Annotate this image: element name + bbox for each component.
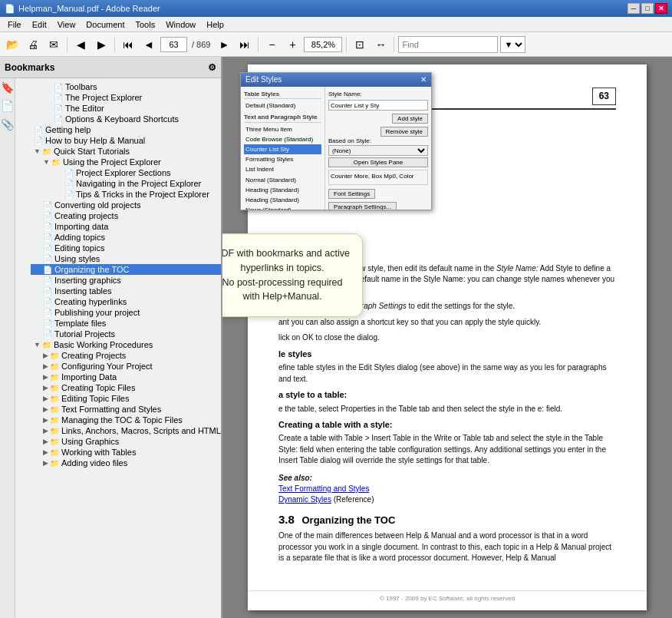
bookmark-options[interactable]: 📄 Options & Keyboard Shortcuts	[31, 114, 221, 124]
zoom-in-button[interactable]: +	[283, 35, 301, 54]
fit-page-button[interactable]: ⊡	[351, 35, 369, 54]
bookmark-using-styles[interactable]: 📄 Using styles	[31, 253, 221, 264]
link-dynamic-styles[interactable]: Dynamic Styles	[278, 495, 331, 504]
menu-document[interactable]: Document	[81, 18, 129, 31]
bookmark-creating-topic-files[interactable]: ▶ 📁 Creating Topic Files	[31, 382, 221, 393]
bookmark-using-pe[interactable]: ▼ 📁 Using the Project Explorer	[31, 157, 221, 167]
page-number-input[interactable]: 63	[160, 37, 187, 52]
bookmark-inserting-graphics[interactable]: 📄 Inserting graphics	[31, 275, 221, 286]
bookmark-managing-toc[interactable]: ▶ 📁 Managing the TOC & Topic Files	[31, 415, 221, 425]
find-input[interactable]	[398, 36, 498, 53]
bookmark-using-graphics[interactable]: ▶ 📁 Using Graphics	[31, 436, 221, 447]
close-button[interactable]: ✕	[655, 3, 667, 14]
bookmark-importing-data[interactable]: ▶ 📁 Importing Data	[31, 372, 221, 382]
bookmark-editor[interactable]: 📄 The Editor	[31, 103, 221, 114]
find-select[interactable]: ▼	[500, 36, 525, 53]
dialog-three-menu[interactable]: Three Menu Item	[244, 124, 321, 134]
bookmark-toolbars[interactable]: 📄 Toolbars	[31, 81, 221, 92]
last-page-button[interactable]: ⏭	[236, 35, 254, 54]
bookmark-add-topics[interactable]: 📄 Adding topics	[31, 232, 221, 243]
bookmark-create-proj[interactable]: 📄 Creating projects	[31, 210, 221, 221]
menu-file[interactable]: File	[3, 18, 26, 31]
panel-icon-bookmarks[interactable]: 🔖	[1, 81, 14, 94]
expand-quick-start[interactable]: ▼	[34, 147, 41, 155]
bookmark-creating-hyperlinks[interactable]: 📄 Creating hyperlinks	[31, 296, 221, 307]
back-button[interactable]: ◀	[71, 35, 90, 54]
bookmark-links-anchors[interactable]: ▶ 📁 Links, Anchors, Macros, Scripts and …	[31, 425, 221, 436]
menu-tools[interactable]: Tools	[131, 18, 160, 31]
prev-page-button[interactable]: ◄	[140, 35, 158, 54]
bookmark-template[interactable]: 📄 Template files	[31, 318, 221, 329]
bookmark-inserting-tables[interactable]: 📄 Inserting tables	[31, 286, 221, 296]
bookmark-buy[interactable]: 📄 How to buy Help & Manual	[31, 135, 221, 146]
expand-using-pe[interactable]: ▼	[43, 158, 50, 166]
expand-editing-topic-files[interactable]: ▶	[43, 395, 48, 402]
dialog-heading3[interactable]: News (Standard)	[244, 205, 321, 210]
expand-basic-working[interactable]: ▼	[34, 341, 41, 349]
menu-help[interactable]: Help	[202, 18, 229, 31]
style-name-input[interactable]	[328, 100, 428, 111]
bookmark-organizing-toc[interactable]: 📄 Organizing the TOC	[31, 264, 221, 275]
add-style-btn[interactable]: Add style	[392, 114, 428, 124]
bookmark-convert[interactable]: 📄 Converting old projects	[31, 200, 221, 210]
email-button[interactable]: ✉	[44, 35, 63, 54]
bookmark-edit-topics[interactable]: 📄 Editing topics	[31, 243, 221, 253]
dialog-close-icon[interactable]: ✕	[420, 74, 427, 85]
bookmark-publishing[interactable]: 📄 Publishing your project	[31, 307, 221, 318]
expand-adding-video[interactable]: ▶	[43, 459, 48, 467]
dialog-counter-list[interactable]: Counter List Sty	[244, 144, 321, 154]
zoom-input[interactable]: 85,2%	[304, 37, 342, 52]
print-button[interactable]: 🖨	[24, 35, 42, 54]
expand-using-graphics[interactable]: ▶	[43, 438, 48, 445]
dialog-code-browse[interactable]: Code Browse (Standard)	[244, 134, 321, 144]
bookmark-pe-sections[interactable]: 📄 Project Explorer Sections	[31, 167, 221, 178]
fit-width-button[interactable]: ↔	[371, 35, 390, 54]
dialog-heading1[interactable]: Heading (Standard)	[244, 185, 321, 195]
menu-window[interactable]: Window	[161, 18, 200, 31]
bookmark-editing-topic-files[interactable]: ▶ 📁 Editing Topic Files	[31, 393, 221, 404]
dialog-formatting[interactable]: Formatting Styles	[244, 154, 321, 164]
expand-working-tables[interactable]: ▶	[43, 448, 48, 456]
bookmark-creating-projects[interactable]: ▶ 📁 Creating Projects	[31, 350, 221, 361]
open-styles-pane-btn[interactable]: Open Styles Pane	[328, 157, 428, 167]
bookmark-tutorial-projects[interactable]: 📄 Tutorial Projects	[31, 329, 221, 339]
based-on-select[interactable]: (None)	[328, 145, 428, 156]
dialog-list-indent[interactable]: List Indent	[244, 164, 321, 174]
panel-icon-pages[interactable]: 📄	[1, 100, 14, 112]
dialog-normal[interactable]: Normal (Standard)	[244, 175, 321, 185]
bookmark-basic-working[interactable]: ▼ 📁 Basic Working Procedures	[31, 339, 221, 350]
expand-text-formatting[interactable]: ▶	[43, 405, 48, 413]
next-page-button[interactable]: ►	[215, 35, 233, 54]
dialog-heading2[interactable]: Heading (Standard)	[244, 195, 321, 205]
link-text-formatting[interactable]: Text Formatting and Styles	[278, 484, 369, 493]
maximize-button[interactable]: □	[641, 3, 654, 14]
title-bar-controls[interactable]: ─ □ ✕	[628, 3, 667, 14]
bookmark-text-formatting[interactable]: ▶ 📁 Text Formatting and Styles	[31, 404, 221, 415]
expand-creating-projects[interactable]: ▶	[43, 352, 48, 359]
bookmark-quick-start[interactable]: ▼ 📁 Quick Start Tutorials	[31, 146, 221, 157]
bookmark-working-tables[interactable]: ▶ 📁 Working with Tables	[31, 447, 221, 458]
bookmark-import-data[interactable]: 📄 Importing data	[31, 221, 221, 232]
expand-importing-data[interactable]: ▶	[43, 373, 48, 381]
menu-edit[interactable]: Edit	[28, 18, 51, 31]
bookmark-configuring[interactable]: ▶ 📁 Configuring Your Project	[31, 361, 221, 372]
para-settings-btn[interactable]: Paragraph Settings...	[328, 202, 397, 210]
bookmark-project-explorer[interactable]: 📄 The Project Explorer	[31, 92, 221, 103]
expand-creating-topic-files[interactable]: ▶	[43, 384, 48, 392]
panel-icon-attachments[interactable]: 📎	[1, 118, 14, 131]
sidebar-options-icon[interactable]: ⚙	[208, 62, 216, 73]
expand-links-anchors[interactable]: ▶	[43, 427, 48, 435]
bookmark-getting-help[interactable]: 📄 Getting help	[31, 124, 221, 135]
font-settings-btn[interactable]: Font Settings	[328, 189, 375, 199]
dialog-default-style[interactable]: Default (Standard)	[244, 101, 321, 111]
bookmark-adding-video[interactable]: ▶ 📁 Adding video files	[31, 458, 221, 468]
first-page-button[interactable]: ⏮	[119, 35, 137, 54]
expand-managing-toc[interactable]: ▶	[43, 416, 48, 424]
minimize-button[interactable]: ─	[628, 3, 640, 14]
zoom-out-button[interactable]: −	[262, 35, 281, 54]
remove-style-btn[interactable]: Remove style	[380, 127, 428, 137]
expand-configuring[interactable]: ▶	[43, 362, 48, 370]
bookmark-tips-pe[interactable]: 📄 Tips & Tricks in the Project Explorer	[31, 189, 221, 200]
menu-view[interactable]: View	[53, 18, 81, 31]
forward-button[interactable]: ▶	[92, 35, 110, 54]
